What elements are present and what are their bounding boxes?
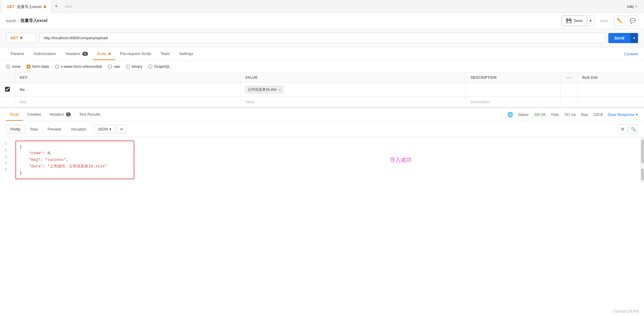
save-response-button[interactable]: Save Response ▾ (607, 112, 638, 117)
binary-radio (126, 65, 130, 69)
tab-tests[interactable]: Tests (156, 48, 174, 60)
tab-bar: GET 批量导入excel + ○○○ zakj ▾ (0, 0, 644, 13)
search-icon: 🔍 (631, 127, 636, 131)
row-checkbox-cell[interactable] (0, 83, 15, 97)
res-tab-test-results[interactable]: Test Results (75, 109, 104, 121)
json-box: { "code": 0, "msg": "success", "data": "… (15, 141, 134, 179)
file-remove-button[interactable]: × (278, 87, 281, 92)
edit-button[interactable]: ✏️ (614, 15, 625, 26)
tab-more-button[interactable]: ○○○ (62, 4, 76, 9)
pencil-icon: ✏️ (617, 18, 623, 23)
formdata-radio (26, 65, 31, 69)
body-type-urlencoded[interactable]: x-www-form-urlencoded (55, 64, 102, 69)
formdata-label: form-data (32, 64, 49, 69)
wrap-button[interactable]: ⇌ (116, 125, 127, 133)
save-label: Save (574, 18, 582, 23)
code-content[interactable]: { "code": 0, "msg": "success", "data": "… (11, 137, 160, 183)
fmt-raw[interactable]: Raw (26, 125, 42, 133)
method-select[interactable]: GET ▾ (6, 33, 36, 43)
row-actions-cell (577, 83, 644, 97)
response-tabs-bar: Body Cookies Headers 5 Test Results 🌐 St… (0, 108, 644, 121)
breadcrumb-separator: / (18, 18, 19, 23)
value-placeholder: Value (245, 100, 255, 104)
save-response-label: Save Response (607, 112, 635, 117)
desc-placeholder: Description (470, 100, 490, 104)
breadcrumb-bar: excel / 批量导入excel 💾 Save ▾ ○○○ ✏️ 💬 (0, 13, 644, 29)
workspace-chevron: ▾ (635, 5, 637, 8)
body-type-binary[interactable]: binary (126, 64, 142, 69)
breadcrumb-more-button[interactable]: ○○○ (597, 16, 612, 25)
urlencoded-label: x-www-form-urlencoded (61, 64, 102, 69)
fmt-preview[interactable]: Preview (43, 125, 65, 133)
row-key-value: file (20, 87, 25, 92)
fmt-pretty[interactable]: Pretty (6, 125, 25, 134)
response-status-bar: 🌐 Status: 200 OK Time: 757 ms Size: 235 … (507, 112, 638, 117)
tab-body[interactable]: Body (93, 48, 115, 60)
footer-watermark: CSDN@12程序猿 (613, 309, 639, 314)
params-table: KEY VALUE DESCRIPTION ○○○ Bulk Edit file (0, 73, 644, 107)
new-row-value[interactable]: Value (240, 97, 465, 107)
graphql-radio (148, 65, 152, 69)
tab-body-label: Body (97, 51, 106, 56)
th-more[interactable]: ○○○ (561, 73, 577, 83)
headers-badge: 8 (82, 52, 88, 56)
format-bar: Pretty Raw Preview Visualize JSON ▾ ⇌ ⧉ … (0, 121, 644, 137)
tab-params[interactable]: Params (6, 48, 29, 60)
new-row-more (561, 97, 577, 107)
none-radio (6, 65, 10, 69)
row-checkbox[interactable] (5, 87, 10, 92)
body-type-formdata[interactable]: form-data (26, 64, 49, 69)
more-icon: ○○○ (65, 4, 72, 9)
th-bulk-edit[interactable]: Bulk Edit (577, 73, 644, 83)
new-row-check (0, 97, 15, 107)
tab-headers[interactable]: Headers 8 (61, 48, 93, 60)
new-tab-button[interactable]: + (51, 3, 62, 10)
file-tag: 公司信息表16.xlsx × (245, 86, 284, 93)
breadcrumb-parent[interactable]: excel (6, 18, 16, 23)
copy-button[interactable]: ⧉ (618, 124, 627, 134)
res-tab-cookies[interactable]: Cookies (23, 109, 45, 121)
save-response-chevron: ▾ (636, 112, 638, 117)
cookies-link[interactable]: Cookies (624, 48, 638, 60)
body-type-none[interactable]: none (6, 64, 21, 69)
search-button[interactable]: 🔍 (629, 124, 638, 134)
row-desc-cell (466, 83, 561, 97)
json-line-1: { (20, 144, 130, 150)
body-type-raw[interactable]: raw (108, 64, 120, 69)
th-key: KEY (15, 73, 240, 83)
file-name: 公司信息表16.xlsx (248, 87, 277, 92)
new-row-key[interactable]: Key (15, 97, 240, 107)
request-tabs: Params Authorization Headers 8 Body Pre-… (0, 48, 644, 61)
scrollbar-thumb (641, 139, 644, 163)
body-active-dot (108, 53, 111, 55)
row-more-cell (561, 83, 577, 97)
workspace-selector[interactable]: zakj ▾ (622, 4, 642, 9)
new-row-actions (577, 97, 644, 107)
graphql-label: GraphQL (154, 64, 170, 69)
url-input[interactable] (39, 33, 605, 43)
breadcrumb-actions: 💾 Save ▾ ○○○ ✏️ 💬 (561, 15, 638, 26)
table-row: file 公司信息表16.xlsx × (0, 83, 644, 97)
time-label: Time: (551, 113, 560, 117)
fmt-visualize[interactable]: Visualize (67, 125, 90, 133)
tab-title: 批量导入excel (17, 4, 41, 10)
scrollbar-thumb-bottom (641, 169, 644, 180)
new-row-desc[interactable]: Description (466, 97, 561, 107)
save-chevron-button[interactable]: ▾ (587, 16, 594, 25)
res-tab-headers[interactable]: Headers 5 (45, 109, 75, 121)
active-tab[interactable]: GET 批量导入excel (2, 0, 51, 13)
res-tab-body[interactable]: Body (6, 109, 23, 121)
save-button[interactable]: 💾 Save (562, 16, 587, 26)
send-chevron-button[interactable]: ▾ (630, 33, 638, 43)
method-chevron: ▾ (20, 36, 22, 40)
tab-settings[interactable]: Settings (174, 48, 198, 60)
send-button[interactable]: Send (608, 33, 630, 43)
json-format-select[interactable]: JSON ▾ (94, 125, 115, 133)
tab-authorization[interactable]: Authorization (29, 48, 61, 60)
scrollbar-track[interactable] (640, 137, 644, 183)
body-type-graphql[interactable]: GraphQL (148, 64, 170, 69)
comment-button[interactable]: 💬 (627, 15, 638, 26)
key-placeholder: Key (20, 100, 26, 104)
raw-label: raw (114, 64, 120, 69)
tab-pre-request[interactable]: Pre-request Script (115, 48, 156, 60)
